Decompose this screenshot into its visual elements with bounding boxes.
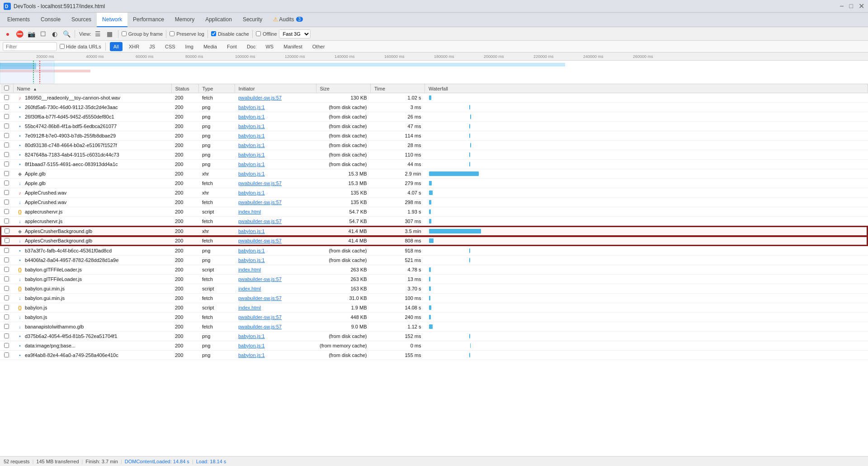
minimize-icon[interactable]: − [840,3,844,10]
dom-content-loaded[interactable]: DOMContentLoaded: 14.84 s [125,459,189,464]
initiator-link[interactable]: babylon.js:1 [238,228,265,234]
initiator-link[interactable]: babylon.js:1 [238,105,265,110]
row-checkbox[interactable] [4,124,9,128]
row-checkbox[interactable] [4,105,9,109]
initiator-link[interactable]: babylon.js:1 [238,133,265,138]
row-checkbox[interactable] [4,352,9,357]
row-checkbox[interactable] [4,257,9,262]
preserve-log-checkbox[interactable]: Preserve log [170,31,204,37]
table-row[interactable]: {} babylon.js 200 script index.html 1.9 … [0,303,868,313]
tab-audits[interactable]: ⚠ Audits 3 [268,13,308,27]
table-row[interactable]: • data:image/png;base... 200 png babylon… [0,341,868,351]
table-row[interactable]: {} applecrushervr.js 200 script index.ht… [0,207,868,217]
tab-network[interactable]: Network [97,13,127,27]
table-row[interactable]: ↓ babylon.gui.min.js 200 fetch pwabuilde… [0,294,868,303]
initiator-link[interactable]: babylon.js:1 [238,248,265,253]
initiator-link[interactable]: babylon.js:1 [238,143,265,148]
group-by-frame-checkbox[interactable]: Group by frame [122,31,163,37]
initiator-link[interactable]: index.html [238,267,261,272]
row-checkbox[interactable] [4,95,9,100]
preserve-log-input[interactable] [170,31,175,36]
hide-data-urls-input[interactable] [60,44,65,49]
row-checkbox[interactable] [4,171,9,176]
row-checkbox[interactable] [4,276,9,281]
table-row[interactable]: • d375b6a2-4054-4f5d-81b5-762ea51704f1 2… [0,332,868,341]
filter-type-img[interactable]: Img [182,42,197,51]
filter-type-other[interactable]: Other [309,42,329,51]
row-checkbox[interactable] [4,314,9,319]
disable-cache-input[interactable] [211,31,216,36]
timeline-chart[interactable] [0,61,868,84]
view-grid-button[interactable]: ▦ [105,29,115,39]
initiator-link[interactable]: babylon.js:1 [238,333,265,339]
camera-button[interactable]: 📷 [26,29,36,39]
filter-input[interactable] [3,42,57,51]
table-row[interactable]: • ea9f4ab8-82e4-46a0-a749-258a406e410c 2… [0,351,868,360]
initiator-link[interactable]: index.html [238,305,261,310]
tab-application[interactable]: Application [200,13,237,27]
disable-cache-checkbox[interactable]: Disable cache [211,31,249,37]
table-row[interactable]: • b4406fa2-8a04-4957-8782-628dd28d1a9e 2… [0,256,868,265]
filter-button[interactable]: ◐ [50,29,60,39]
initiator-link[interactable]: babylon.js:1 [238,190,265,195]
initiator-link[interactable]: pwabuilder-sw.js:57 [238,324,282,329]
row-checkbox[interactable] [4,209,9,214]
filter-type-css[interactable]: CSS [161,42,179,51]
initiator-link[interactable]: pwabuilder-sw.js:57 [238,181,282,186]
table-row[interactable]: ↓ Apple.glb 200 fetch pwabuilder-sw.js:5… [0,179,868,188]
record-button[interactable]: ● [3,29,13,39]
initiator-link[interactable]: pwabuilder-sw.js:57 [238,219,282,224]
close-icon[interactable]: ✕ [859,3,864,10]
initiator-link[interactable]: pwabuilder-sw.js:57 [238,238,282,243]
maximize-icon[interactable]: □ [849,3,853,10]
initiator-link[interactable]: babylon.js:1 [238,352,265,358]
initiator-link[interactable]: pwabuilder-sw.js:57 [238,276,282,282]
th-size[interactable]: Size [316,84,371,93]
table-row[interactable]: • 26f30f6a-b77f-4d45-9452-d5550def80c1 2… [0,112,868,122]
table-row[interactable]: • 260fd5a6-730c-46d0-9112-35dc2d4e3aac 2… [0,103,868,112]
row-checkbox[interactable] [4,143,9,147]
th-time[interactable]: Time [371,84,425,93]
load-time[interactable]: Load: 18.14 s [196,459,226,464]
filter-type-ws[interactable]: WS [262,42,277,51]
th-waterfall[interactable]: Waterfall [425,84,868,93]
table-row[interactable]: ↓ babylon.glTFFileLoader.js 200 fetch pw… [0,275,868,284]
row-checkbox[interactable] [4,181,9,185]
tab-memory[interactable]: Memory [170,13,200,27]
th-type[interactable]: Type [198,84,235,93]
row-checkbox[interactable] [4,114,9,119]
clear-button[interactable]: ⛔ [14,29,24,39]
row-checkbox[interactable] [4,219,9,223]
table-row[interactable]: ◈ Apple.glb 200 xhr babylon.js:1 15.3 MB… [0,169,868,179]
table-row[interactable]: • 55bc4742-86b8-4f1a-bdf5-6edbca261077 2… [0,122,868,131]
row-checkbox[interactable] [4,286,9,291]
hide-data-urls-checkbox[interactable]: Hide data URLs [60,44,101,49]
initiator-link[interactable]: babylon.js:1 [238,343,265,348]
initiator-link[interactable]: babylon.js:1 [238,114,265,119]
tab-sources[interactable]: Sources [66,13,97,27]
table-row[interactable]: ↓ bananapistolwithammo.glb 200 fetch pwa… [0,322,868,332]
th-name[interactable]: Name ▲ [13,84,171,93]
table-row[interactable]: ♪ AppleCrushed.wav 200 xhr babylon.js:1 … [0,188,868,198]
filter-type-manifest[interactable]: Manifest [280,42,306,51]
filter-type-media[interactable]: Media [200,42,221,51]
initiator-link[interactable]: pwabuilder-sw.js:57 [238,295,282,301]
row-checkbox[interactable] [5,228,9,233]
initiator-link[interactable]: babylon.js:1 [238,257,265,263]
table-row[interactable]: • 7e0912ff-b7e0-4903-b7db-255fb8dbae29 2… [0,131,868,141]
th-status[interactable]: Status [171,84,198,93]
table-row[interactable]: ↓ applecrushervr.js 200 fetch pwabuilder… [0,217,868,227]
initiator-link[interactable]: pwabuilder-sw.js:57 [238,95,282,100]
tab-performance[interactable]: Performance [127,13,170,27]
tab-elements[interactable]: Elements [2,13,35,27]
row-checkbox[interactable] [4,267,9,272]
table-row[interactable]: • 8247648a-7183-4ab4-9115-c6031dc44c73 2… [0,150,868,160]
row-checkbox[interactable] [4,133,9,138]
th-initiator[interactable]: Initiator [235,84,316,93]
row-checkbox[interactable] [4,200,9,204]
row-checkbox[interactable] [5,238,9,243]
initiator-link[interactable]: babylon.js:1 [238,152,265,157]
row-checkbox[interactable] [4,333,9,338]
row-checkbox[interactable] [4,190,9,195]
table-row[interactable]: • 80d93138-c748-4664-b0a2-e51067f1527f 2… [0,141,868,150]
